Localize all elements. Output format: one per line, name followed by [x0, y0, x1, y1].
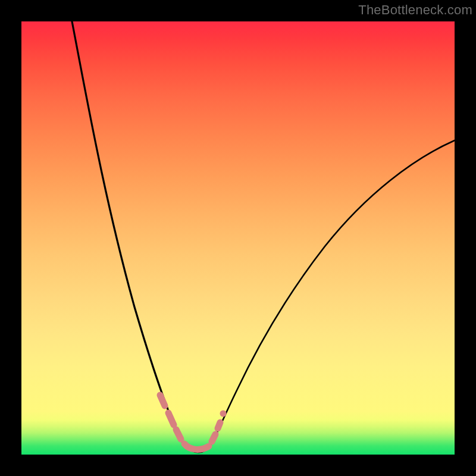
watermark-text: TheBottleneck.com [358, 2, 472, 18]
plot-area [21, 21, 455, 455]
left-curve [72, 21, 184, 444]
right-curve [211, 140, 455, 445]
chart-frame: TheBottleneck.com [0, 0, 476, 476]
bottleneck-highlight [160, 395, 227, 449]
bottleneck-curve [21, 21, 455, 455]
svg-point-0 [220, 411, 227, 417]
